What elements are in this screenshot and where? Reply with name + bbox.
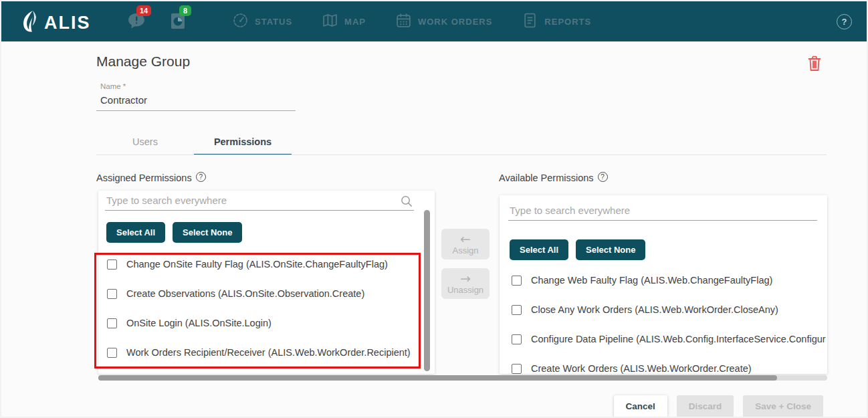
- permission-label: Configure Data Pipeline (ALIS.Web.Config…: [531, 334, 826, 344]
- assign-button[interactable]: ← Assign: [441, 229, 490, 259]
- assigned-help-icon[interactable]: ?: [196, 172, 206, 182]
- permission-label: Change Web Faulty Flag (ALIS.Web.ChangeF…: [531, 275, 772, 286]
- assigned-select-all-button[interactable]: Select All: [106, 222, 165, 243]
- assigned-search-input[interactable]: [105, 192, 414, 211]
- app-window: ALIS 14 8: [0, 0, 868, 418]
- trash-icon: [806, 63, 823, 74]
- arrow-right-icon: →: [460, 272, 471, 284]
- main-nav: STATUS MAP: [232, 1, 591, 41]
- available-permission-list: Change Web Faulty Flag (ALIS.Web.ChangeF…: [500, 266, 827, 374]
- permission-item[interactable]: Change OnSite Faulty Flag (ALIS.OnSite.C…: [107, 249, 435, 279]
- available-select-all-button[interactable]: Select All: [510, 239, 568, 260]
- assigned-permissions-title: Assigned Permissions ?: [96, 173, 206, 183]
- horizontal-scrollbar-track[interactable]: [98, 375, 827, 381]
- map-icon: [322, 12, 338, 31]
- permission-item[interactable]: Work Orders Recipient/Receiver (ALIS.Web…: [107, 338, 435, 367]
- checkbox-icon[interactable]: [512, 276, 522, 286]
- assigned-permission-list: Change OnSite Faulty Flag (ALIS.OnSite.C…: [98, 249, 435, 367]
- checkbox-icon[interactable]: [512, 334, 522, 344]
- checkbox-icon[interactable]: [512, 364, 522, 374]
- horizontal-scrollbar-thumb[interactable]: [98, 375, 777, 381]
- checkbox-icon[interactable]: [107, 259, 117, 270]
- tab-bar: Users Permissions: [96, 130, 292, 155]
- save-close-button[interactable]: Save + Close: [743, 395, 823, 417]
- nav-reports-label: REPORTS: [544, 17, 591, 27]
- top-nav-bar: ALIS 14 8: [1, 1, 867, 41]
- discard-button[interactable]: Discard: [677, 395, 734, 417]
- nav-map-label: MAP: [344, 17, 366, 27]
- messages-button[interactable]: 14: [127, 12, 146, 29]
- checkbox-icon[interactable]: [512, 305, 522, 315]
- messages-count-badge: 14: [136, 5, 151, 16]
- gauge-icon: [232, 12, 249, 31]
- checkbox-icon[interactable]: [107, 289, 117, 299]
- permission-label: OnSite Login (ALIS.OnSite.Login): [126, 318, 272, 328]
- assign-button-label: Assign: [452, 245, 478, 255]
- nav-status-label: STATUS: [255, 17, 292, 27]
- alis-logo-text: ALIS: [44, 14, 91, 32]
- reports-notification-button[interactable]: 8: [170, 12, 186, 30]
- reports-count-badge: 8: [179, 5, 191, 16]
- checkbox-icon[interactable]: [107, 318, 117, 328]
- tab-divider: [96, 154, 827, 155]
- tab-permissions[interactable]: Permissions: [194, 130, 292, 155]
- footer-action-bar: Cancel Discard Save + Close: [1, 395, 823, 417]
- alis-logo[interactable]: ALIS: [21, 10, 91, 35]
- permission-item[interactable]: OnSite Login (ALIS.OnSite.Login): [107, 308, 435, 338]
- nav-reports[interactable]: REPORTS: [522, 12, 591, 31]
- permission-item[interactable]: Change Web Faulty Flag (ALIS.Web.ChangeF…: [512, 266, 827, 295]
- permission-label: Create Observations (ALIS.OnSite.Observa…: [126, 288, 364, 299]
- calendar-icon: [395, 12, 412, 31]
- permission-label: Close Any Work Orders (ALIS.Web.WorkOrde…: [531, 304, 778, 315]
- cancel-button[interactable]: Cancel: [614, 395, 667, 417]
- assigned-permissions-panel: Select All Select None Change OnSite Fau…: [98, 191, 435, 374]
- document-icon: [522, 12, 538, 31]
- arrow-left-icon: ←: [460, 233, 471, 245]
- nav-status[interactable]: STATUS: [232, 12, 292, 31]
- available-search-input[interactable]: [508, 202, 817, 221]
- available-select-none-button[interactable]: Select None: [576, 239, 645, 260]
- permission-item[interactable]: Close Any Work Orders (ALIS.Web.WorkOrde…: [512, 295, 827, 324]
- help-icon[interactable]: ?: [837, 14, 852, 29]
- unassign-button[interactable]: → Unassign: [441, 268, 490, 299]
- available-permissions-title: Available Permissions ?: [499, 173, 608, 183]
- tab-users[interactable]: Users: [96, 130, 194, 155]
- permission-item[interactable]: Create Observations (ALIS.OnSite.Observa…: [107, 279, 435, 308]
- checkbox-icon[interactable]: [107, 348, 117, 358]
- unassign-button-label: Unassign: [447, 285, 483, 295]
- available-permissions-label: Available Permissions: [499, 173, 594, 183]
- delete-group-button[interactable]: [806, 55, 823, 72]
- nav-work-orders[interactable]: WORK ORDERS: [395, 12, 492, 31]
- nav-map[interactable]: MAP: [322, 12, 366, 31]
- assigned-select-none-button[interactable]: Select None: [173, 222, 242, 243]
- permission-item[interactable]: Configure Data Pipeline (ALIS.Web.Config…: [512, 324, 827, 354]
- assigned-vertical-scrollbar[interactable]: [424, 210, 430, 371]
- permission-label: Work Orders Recipient/Receiver (ALIS.Web…: [126, 347, 411, 358]
- page-title: Manage Group: [96, 54, 190, 70]
- available-permissions-panel: Select All Select None Change Web Faulty…: [500, 195, 827, 374]
- alis-leaf-icon: [21, 10, 41, 35]
- permission-label: Create Work Orders (ALIS.Web.WorkOrder.C…: [531, 363, 752, 374]
- available-help-icon[interactable]: ?: [598, 172, 608, 182]
- group-name-input[interactable]: [96, 93, 296, 111]
- name-field-label: Name *: [100, 82, 126, 90]
- permission-item[interactable]: Create Work Orders (ALIS.Web.WorkOrder.C…: [512, 354, 827, 374]
- nav-work-orders-label: WORK ORDERS: [418, 17, 492, 27]
- search-icon: [400, 195, 413, 210]
- permission-label: Change OnSite Faulty Flag (ALIS.OnSite.C…: [126, 259, 388, 270]
- assigned-permissions-label: Assigned Permissions: [96, 173, 192, 183]
